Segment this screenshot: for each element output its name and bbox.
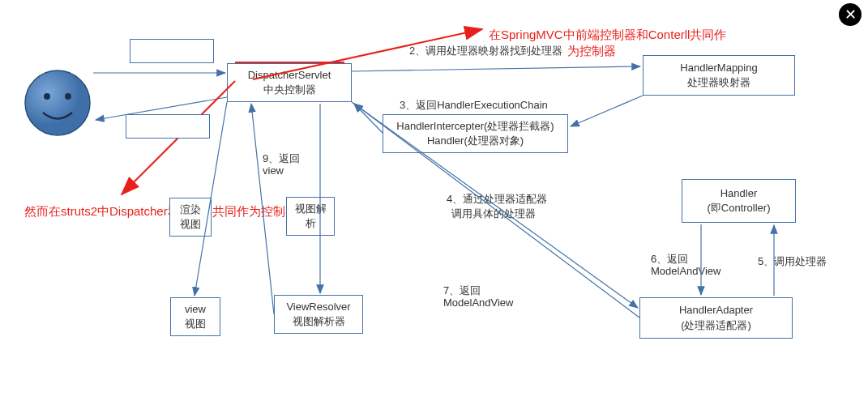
box-text: (处理器适配器) <box>681 318 751 333</box>
annotation-springmvc-line1: 在SpringMVC中前端控制器和Conterll共同作 <box>489 28 726 43</box>
box-handler-chain: HandlerIntercepter(处理器拦截器) Handler(处理器对象… <box>383 114 568 153</box>
box-handler-adapter: HandlerAdapter (处理器适配器) <box>639 297 793 339</box>
box-text: view <box>185 302 206 317</box>
box-viewparse: 视图解 析 <box>286 197 335 236</box>
box-text: 视图 <box>180 217 201 232</box>
svg-line-6 <box>571 96 643 126</box>
box-text: 视图解 <box>295 202 327 216</box>
box-text: 处理器映射器 <box>687 75 750 90</box>
label-step3: 3、返回HandlerExecutionChain <box>400 98 548 113</box>
box-text: DispatcherServlet <box>248 68 331 83</box>
box-text: (即Controller) <box>707 201 770 215</box>
label-step6-line2: ModelAndView <box>651 265 720 277</box>
box-text: 析 <box>306 216 316 231</box>
svg-line-7 <box>354 104 383 133</box>
box-render: 渲染 视图 <box>169 198 212 237</box>
label-box-step11 <box>126 114 210 139</box>
annotation-springmvc-line2: 为控制器 <box>567 44 616 59</box>
label-step4-line2: 调用具体的处理器 <box>451 207 536 221</box>
box-handler-mapping: HandlerMapping 处理器映射器 <box>643 55 795 96</box>
svg-point-0 <box>25 70 90 135</box>
box-dispatcher-servlet: DispatcherServlet 中央控制器 <box>227 63 352 102</box>
box-text: HandlerAdapter <box>679 303 753 318</box>
box-view-resolver: ViewResolver 视图解析器 <box>274 295 363 334</box>
box-text: 视图 <box>185 317 206 331</box>
box-text: HandlerIntercepter(处理器拦截器) <box>396 119 554 134</box>
box-text: Handler(处理器对象) <box>427 134 524 148</box>
box-text: Handler <box>720 186 758 201</box>
box-text: 视图解析器 <box>293 314 345 329</box>
svg-point-1 <box>44 93 50 100</box>
label-step7-line2: ModelAndView <box>443 296 513 309</box>
user-smiley-icon <box>23 68 92 138</box>
svg-line-5 <box>352 66 640 71</box>
box-text: ViewResolver <box>286 300 350 314</box>
label-step9-line2: view <box>263 164 284 177</box>
box-handler: Handler (即Controller) <box>682 179 796 223</box>
close-icon[interactable]: ✕ <box>839 3 862 26</box>
box-text: 渲染 <box>180 203 201 217</box>
annotation-struts2: 然而在struts2中Dispatcher和action共同作为控制器 <box>24 204 297 220</box>
label-step5: 5、调用处理器 <box>758 254 827 269</box>
label-box-step1 <box>130 39 214 63</box>
label-step4-line1: 4、通过处理器适配器 <box>447 192 547 207</box>
svg-point-2 <box>65 93 71 100</box>
box-text: 中央控制器 <box>263 83 316 97</box>
box-view: view 视图 <box>170 297 220 336</box>
label-step2: 2、调用处理器映射器找到处理器 <box>409 44 562 58</box>
box-text: HandlerMapping <box>680 61 757 75</box>
